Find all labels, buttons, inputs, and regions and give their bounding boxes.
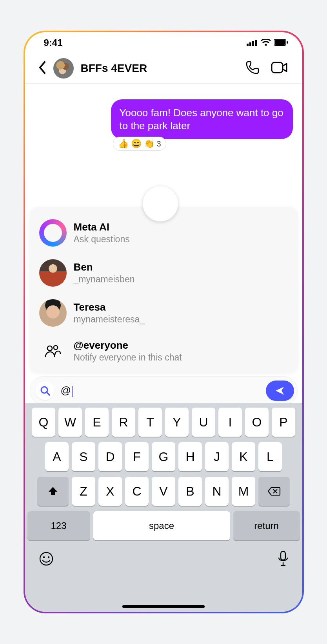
emoji-icon — [38, 551, 54, 567]
outgoing-message[interactable]: Yoooo fam! Does anyone want to go to the… — [111, 99, 293, 139]
dictation-button[interactable] — [277, 551, 289, 569]
mention-name: Teresa — [74, 301, 145, 313]
svg-point-9 — [47, 346, 52, 351]
mention-subtitle: _mynameisben — [74, 274, 135, 285]
key-v[interactable]: V — [152, 477, 175, 506]
chat-header: BFFs 4EVER — [25, 53, 302, 84]
keyboard-row-2: A S D F G H J K L — [27, 442, 300, 471]
key-x[interactable]: X — [98, 477, 122, 506]
message-reactions[interactable]: 👍 😄 👏 3 — [113, 137, 166, 151]
key-n[interactable]: N — [205, 477, 229, 506]
back-button[interactable] — [35, 59, 50, 78]
key-h[interactable]: H — [178, 442, 202, 471]
wifi-icon — [261, 37, 271, 48]
keyboard-row-3: Z X C V B N M — [27, 477, 300, 506]
message-input-bar: @ — [30, 376, 298, 405]
key-o[interactable]: O — [245, 408, 269, 437]
meta-ai-icon — [39, 219, 67, 247]
mention-subtitle: Notify everyone in this chat — [74, 352, 182, 363]
key-r[interactable]: R — [112, 408, 135, 437]
mention-name: Ben — [74, 261, 135, 273]
keyboard-row-4: 123 space return — [27, 511, 300, 540]
keyboard-bottom-row — [27, 546, 300, 569]
key-j[interactable]: J — [205, 442, 229, 471]
text-cursor — [72, 386, 73, 397]
key-e[interactable]: E — [85, 408, 109, 437]
svg-point-10 — [54, 346, 58, 349]
user-avatar — [39, 259, 67, 287]
reaction-count: 3 — [157, 139, 161, 148]
key-l[interactable]: L — [258, 442, 282, 471]
microphone-icon — [277, 551, 289, 567]
key-a[interactable]: A — [45, 442, 69, 471]
backspace-icon — [267, 487, 281, 496]
svg-point-16 — [43, 556, 44, 558]
battery-icon — [274, 37, 288, 48]
svg-rect-3 — [255, 40, 257, 46]
key-return[interactable]: return — [233, 511, 300, 540]
key-backspace[interactable] — [258, 477, 290, 506]
svg-line-12 — [47, 392, 49, 395]
mention-subtitle: mynameisteresa_ — [74, 314, 145, 325]
mention-item-teresa[interactable]: Teresa mynameisteresa_ — [33, 293, 294, 333]
key-c[interactable]: C — [125, 477, 149, 506]
key-w[interactable]: W — [58, 408, 82, 437]
key-123[interactable]: 123 — [27, 511, 90, 540]
key-f[interactable]: F — [125, 442, 149, 471]
svg-point-15 — [40, 553, 53, 565]
key-u[interactable]: U — [192, 408, 215, 437]
touch-indicator — [143, 186, 178, 221]
people-icon — [39, 344, 67, 358]
chat-avatar[interactable] — [53, 58, 74, 79]
svg-rect-7 — [287, 41, 288, 44]
key-shift[interactable] — [37, 477, 69, 506]
svg-rect-2 — [252, 41, 254, 46]
mention-item-ben[interactable]: Ben _mynameisben — [33, 253, 294, 293]
search-icon — [40, 385, 51, 396]
status-time: 9:41 — [44, 37, 63, 48]
send-button[interactable] — [266, 381, 294, 401]
key-g[interactable]: G — [152, 442, 175, 471]
reaction-emoji: 😄 — [131, 139, 142, 149]
key-t[interactable]: T — [138, 408, 162, 437]
key-b[interactable]: B — [178, 477, 202, 506]
key-s[interactable]: S — [72, 442, 95, 471]
key-p[interactable]: P — [272, 408, 295, 437]
key-m[interactable]: M — [232, 477, 255, 506]
send-icon — [274, 385, 285, 396]
svg-rect-18 — [281, 551, 285, 560]
audio-call-button[interactable] — [240, 58, 265, 79]
keyboard: Q W E R T Y U I O P A S D F G H — [25, 403, 302, 612]
shift-icon — [47, 486, 58, 497]
key-space[interactable]: space — [93, 511, 230, 540]
key-i[interactable]: I — [218, 408, 242, 437]
chat-title[interactable]: BFFs 4EVER — [81, 62, 240, 75]
key-k[interactable]: K — [232, 442, 255, 471]
key-y[interactable]: Y — [165, 408, 189, 437]
key-z[interactable]: Z — [72, 477, 95, 506]
message-input[interactable]: @ — [54, 384, 266, 397]
video-call-button[interactable] — [265, 59, 293, 78]
svg-point-17 — [47, 556, 49, 558]
messages-area[interactable]: Yoooo fam! Does anyone want to go to the… — [25, 84, 302, 151]
reaction-emoji: 👍 — [118, 139, 129, 149]
key-d[interactable]: D — [98, 442, 122, 471]
mention-suggestions: Meta AI Ask questions Ben _mynameisben T… — [30, 207, 298, 372]
home-indicator[interactable] — [122, 605, 205, 608]
svg-rect-6 — [275, 40, 285, 45]
svg-rect-1 — [249, 42, 251, 46]
mention-name: Meta AI — [74, 221, 130, 233]
svg-rect-0 — [247, 44, 249, 46]
user-avatar — [39, 299, 67, 327]
phone-frame: 9:41 BFFs — [24, 31, 304, 613]
input-value: @ — [61, 384, 71, 396]
emoji-button[interactable] — [38, 551, 54, 568]
key-q[interactable]: Q — [32, 408, 55, 437]
search-button[interactable] — [36, 381, 54, 400]
mention-item-everyone[interactable]: @everyone Notify everyone in this chat — [33, 333, 294, 369]
svg-point-4 — [265, 44, 267, 46]
mention-name: @everyone — [74, 339, 182, 351]
keyboard-row-1: Q W E R T Y U I O P — [27, 408, 300, 437]
cellular-icon — [247, 37, 258, 48]
screen: 9:41 BFFs — [25, 32, 302, 612]
